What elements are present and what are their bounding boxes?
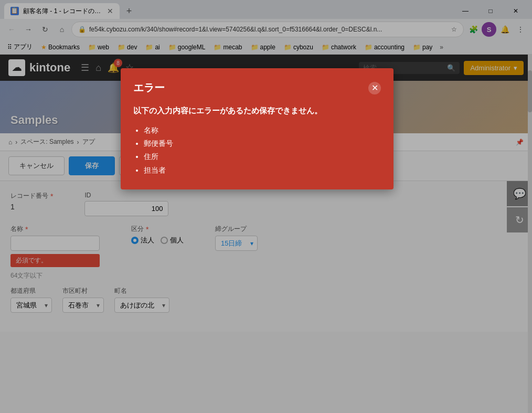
modal-title: エラー: [133, 81, 165, 95]
modal-overlay: エラー ✕ 以下の入力内容にエラーがあるため保存できません。 名称 郵便番号 住…: [0, 0, 532, 413]
error-item-person: 担当者: [144, 164, 381, 177]
error-item-address: 住所: [144, 150, 381, 163]
error-item-name: 名称: [144, 124, 381, 137]
error-list: 名称 郵便番号 住所 担当者: [133, 124, 381, 177]
modal-header: エラー ✕: [133, 81, 381, 95]
modal-close-button[interactable]: ✕: [368, 82, 381, 94]
modal-body: 以下の入力内容にエラーがあるため保存できません。 名称 郵便番号 住所 担当者: [133, 103, 381, 177]
error-modal: エラー ✕ 以下の入力内容にエラーがあるため保存できません。 名称 郵便番号 住…: [121, 68, 393, 189]
modal-description: 以下の入力内容にエラーがあるため保存できません。: [133, 103, 381, 118]
error-item-postal: 郵便番号: [144, 137, 381, 150]
